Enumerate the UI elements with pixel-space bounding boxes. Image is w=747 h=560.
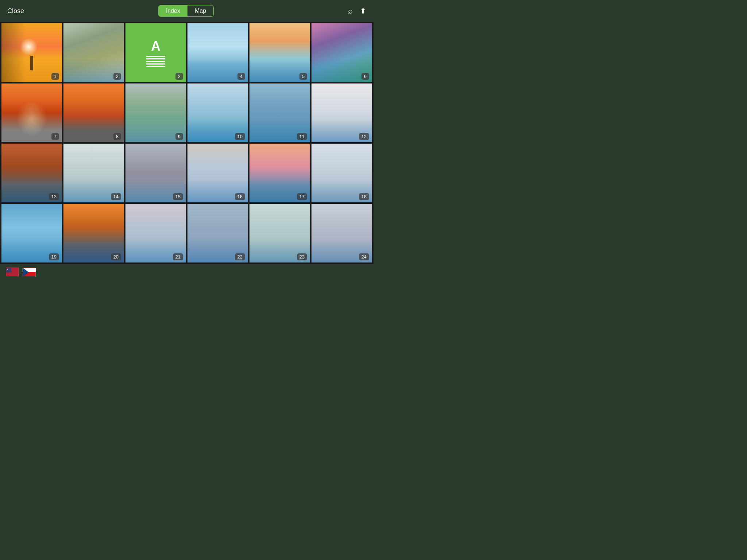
grid-cell-20[interactable]: 20 <box>63 204 124 262</box>
cell-number-4: 4 <box>237 73 245 80</box>
grid-cell-4[interactable]: 4 <box>187 23 248 82</box>
header: Close Index Map ⌕ ⬆︎ <box>0 0 374 22</box>
grid-cell-13[interactable]: 13 <box>1 144 62 202</box>
grid-cell-23[interactable]: 23 <box>249 204 310 262</box>
cell-number-2: 2 <box>113 73 121 80</box>
flag-us[interactable] <box>6 268 19 276</box>
grid-cell-9[interactable]: 9 <box>125 83 186 142</box>
grid-cell-19[interactable]: 19 <box>1 204 62 262</box>
header-actions: ⌕ ⬆︎ <box>348 6 366 16</box>
cell-number-6: 6 <box>361 73 369 80</box>
flag-cz[interactable] <box>23 268 36 276</box>
cell-number-11: 11 <box>297 133 307 140</box>
cell-number-14: 14 <box>111 193 121 200</box>
grid-cell-18[interactable]: 18 <box>311 144 372 202</box>
cell-number-24: 24 <box>359 253 369 260</box>
close-button[interactable]: Close <box>7 7 24 15</box>
search-icon[interactable]: ⌕ <box>348 6 353 16</box>
document-icon: A <box>151 39 160 54</box>
cell-number-21: 21 <box>173 253 183 260</box>
cell-number-18: 18 <box>359 193 369 200</box>
grid-cell-16[interactable]: 16 <box>187 144 248 202</box>
grid-cell-1[interactable]: 1 <box>1 23 62 82</box>
cell-number-17: 17 <box>297 193 307 200</box>
cell-number-5: 5 <box>299 73 307 80</box>
grid-cell-21[interactable]: 21 <box>125 204 186 262</box>
grid-cell-6[interactable]: 6 <box>311 23 372 82</box>
grid-cell-17[interactable]: 17 <box>249 144 310 202</box>
grid-cell-15[interactable]: 15 <box>125 144 186 202</box>
grid-cell-5[interactable]: 5 <box>249 23 310 82</box>
grid-cell-22[interactable]: 22 <box>187 204 248 262</box>
cell-number-15: 15 <box>173 193 183 200</box>
cell-number-13: 13 <box>49 193 59 200</box>
tab-group: Index Map <box>158 5 214 17</box>
cell-number-1: 1 <box>51 73 59 80</box>
cell-number-9: 9 <box>175 133 183 140</box>
cell-number-23: 23 <box>297 253 307 260</box>
cell-number-3: 3 <box>175 73 183 80</box>
document-lines <box>146 56 165 67</box>
grid-cell-14[interactable]: 14 <box>63 144 124 202</box>
grid-cell-2[interactable]: 2 <box>63 23 124 82</box>
footer <box>0 264 374 280</box>
cell-number-10: 10 <box>235 133 245 140</box>
photo-grid: 1 2 A 3 4 5 6 7 8 9 <box>0 22 374 264</box>
grid-cell-10[interactable]: 10 <box>187 83 248 142</box>
grid-cell-7[interactable]: 7 <box>1 83 62 142</box>
grid-cell-12[interactable]: 12 <box>311 83 372 142</box>
grid-cell-3[interactable]: A 3 <box>125 23 186 82</box>
cell-number-22: 22 <box>235 253 245 260</box>
cell-number-8: 8 <box>113 133 121 140</box>
cell-number-16: 16 <box>235 193 245 200</box>
cell-number-7: 7 <box>51 133 59 140</box>
share-icon[interactable]: ⬆︎ <box>360 7 366 15</box>
grid-cell-8[interactable]: 8 <box>63 83 124 142</box>
cell-number-20: 20 <box>111 253 121 260</box>
tab-index[interactable]: Index <box>159 5 187 16</box>
tab-map[interactable]: Map <box>187 5 213 16</box>
cell-number-12: 12 <box>359 133 369 140</box>
grid-cell-24[interactable]: 24 <box>311 204 372 262</box>
cell-number-19: 19 <box>49 253 59 260</box>
grid-cell-11[interactable]: 11 <box>249 83 310 142</box>
